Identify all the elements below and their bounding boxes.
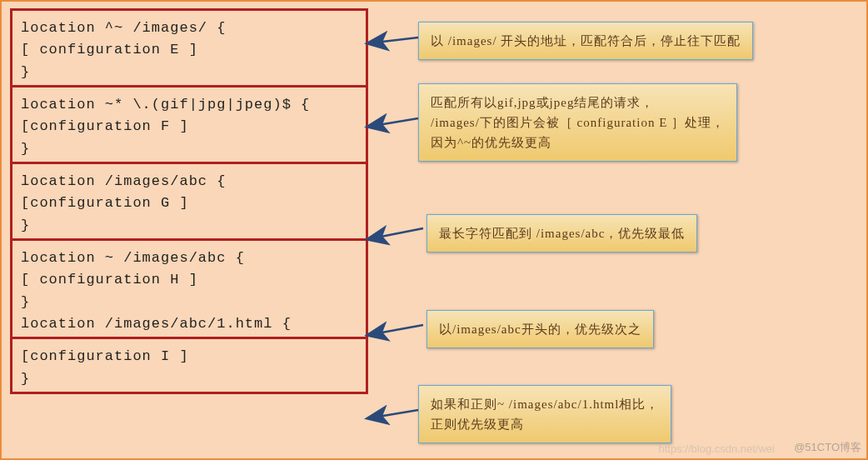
watermark-51cto: @51CTO博客	[794, 440, 861, 455]
arrow-2	[368, 118, 418, 127]
note-3: 最长字符匹配到 /images/abc，优先级最低	[427, 214, 697, 252]
code-block-e: location ^~ /images/ { [ configuration E…	[10, 8, 368, 88]
arrow-3	[368, 228, 423, 239]
note-2: 匹配所有以gif,jpg或jpeg结尾的请求， /images/下的图片会被［ …	[418, 83, 737, 162]
code-block-h: location ~ /images/abc { [ configuration…	[10, 238, 368, 339]
code-block-g: location /images/abc { [configuration G …	[10, 162, 368, 241]
arrow-4	[368, 325, 423, 335]
note-1: 以 /images/ 开头的地址，匹配符合后，停止往下匹配	[418, 22, 753, 60]
watermark-csdn: https://blog.csdn.net/wei	[659, 442, 775, 455]
note-4: 以/images/abc开头的，优先级次之	[427, 310, 654, 348]
code-block-i: [configuration I ] }	[10, 337, 368, 394]
code-column: location ^~ /images/ { [ configuration E…	[10, 8, 368, 392]
note-5: 如果和正则~ /images/abc/1.html相比， 正则优先级更高	[418, 385, 671, 443]
arrow-1	[368, 38, 418, 43]
diagram-canvas: location ^~ /images/ { [ configuration E…	[0, 0, 868, 460]
arrow-5	[368, 410, 418, 418]
notes-column: 以 /images/ 开头的地址，匹配符合后，停止往下匹配 匹配所有以gif,j…	[418, 2, 851, 460]
code-block-f: location ~* \.(gif|jpg|jpeg)$ { [configu…	[10, 85, 368, 164]
